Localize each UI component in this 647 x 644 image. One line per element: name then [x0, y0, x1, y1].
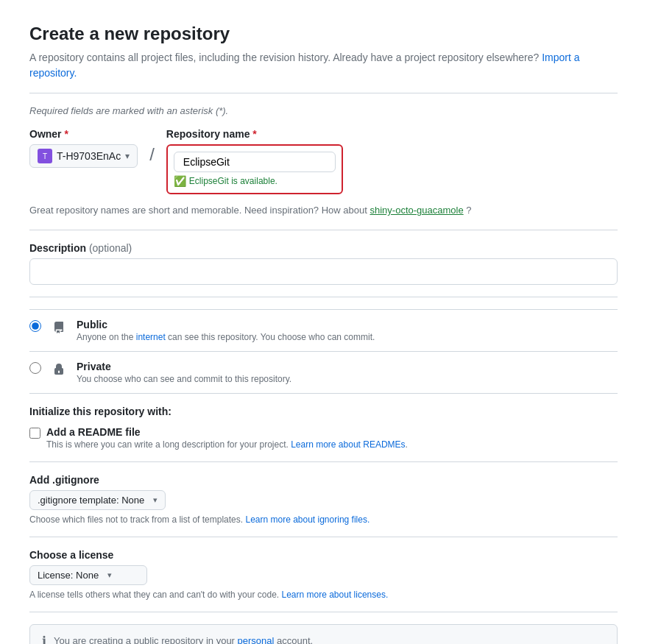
initialize-title: Initialize this repository with:	[29, 406, 618, 417]
required-fields-note: Required fields are marked with an aster…	[29, 105, 618, 116]
personal-account-link[interactable]: personal	[238, 635, 275, 645]
license-helper: A license tells others what they can and…	[29, 590, 618, 600]
owner-reponame-row: Owner * T T-H9703EnAc ▾ / Repository nam…	[29, 128, 618, 194]
private-description: You choose who can see and commit to thi…	[77, 374, 291, 384]
inspiration-text: Great repository names are short and mem…	[29, 203, 618, 218]
page-subtitle: A repository contains all project files,…	[29, 50, 618, 81]
visibility-public-option: Public Anyone on the internet can see th…	[29, 309, 618, 352]
book-icon	[50, 319, 68, 336]
license-chevron-icon: ▾	[107, 570, 112, 580]
check-icon: ✅	[174, 175, 186, 187]
gitignore-learn-more-link[interactable]: Learn more about ignoring files.	[245, 514, 370, 525]
page-title: Create a new repository	[29, 24, 618, 44]
section-divider-1	[29, 230, 618, 230]
gitignore-section: Add .gitignore .gitignore template: None…	[29, 474, 618, 525]
gitignore-dropdown-label: .gitignore template: None	[38, 495, 144, 506]
section-divider-5	[29, 612, 618, 612]
repo-name-highlighted-box: ✅ EclipseGit is available.	[166, 144, 343, 194]
owner-label: Owner *	[29, 128, 138, 140]
public-label: Public	[77, 319, 375, 330]
owner-avatar: T	[38, 149, 52, 163]
owner-chevron-icon: ▾	[125, 151, 130, 161]
public-note-text: You are creating a public repository in …	[54, 635, 313, 645]
description-group: Description (optional)	[29, 242, 618, 285]
readme-label: Add a README file	[46, 426, 408, 438]
repo-name-input[interactable]	[174, 152, 336, 172]
visibility-section: Public Anyone on the internet can see th…	[29, 309, 618, 394]
section-divider-2	[29, 297, 618, 297]
description-input[interactable]	[29, 258, 618, 285]
readme-row: Add a README file This is where you can …	[29, 426, 618, 450]
readme-learn-more-link[interactable]: Learn more about READMEs	[291, 439, 405, 450]
public-radio[interactable]	[29, 320, 41, 332]
available-message: ✅ EclipseGit is available.	[174, 175, 336, 187]
readme-content: Add a README file This is where you can …	[46, 426, 408, 450]
license-dropdown-label: License: None	[38, 570, 99, 581]
repo-name-group: Repository name * ✅ EclipseGit is availa…	[166, 128, 343, 194]
info-icon: ℹ	[42, 634, 46, 645]
suggestion-link[interactable]: shiny-octo-guacamole	[370, 205, 463, 216]
public-description: Anyone on the internet can see this repo…	[77, 332, 375, 342]
lock-icon	[50, 361, 68, 378]
slash-separator: /	[149, 144, 155, 165]
section-divider-4	[29, 537, 618, 537]
visibility-private-option: Private You choose who can see and commi…	[29, 352, 618, 394]
private-label: Private	[77, 361, 291, 372]
owner-group: Owner * T T-H9703EnAc ▾	[29, 128, 138, 168]
readme-checkbox[interactable]	[29, 428, 40, 439]
license-learn-more-link[interactable]: Learn more about licenses.	[282, 590, 389, 600]
initialize-section: Initialize this repository with: Add a R…	[29, 406, 618, 450]
gitignore-dropdown[interactable]: .gitignore template: None ▾	[29, 490, 166, 510]
license-dropdown[interactable]: License: None ▾	[29, 565, 147, 585]
owner-value: T-H9703EnAc	[57, 150, 121, 162]
repo-name-label: Repository name *	[166, 128, 343, 140]
license-label: Choose a license	[29, 549, 618, 561]
private-radio[interactable]	[29, 362, 41, 374]
owner-select[interactable]: T T-H9703EnAc ▾	[29, 144, 138, 168]
gitignore-helper: Choose which files not to track from a l…	[29, 514, 618, 525]
private-visibility-content: Private You choose who can see and commi…	[77, 361, 291, 384]
title-divider	[29, 93, 618, 93]
readme-description: This is where you can write a long descr…	[46, 439, 408, 450]
gitignore-chevron-icon: ▾	[153, 495, 158, 505]
gitignore-label: Add .gitignore	[29, 474, 618, 486]
section-divider-3	[29, 461, 618, 462]
public-visibility-content: Public Anyone on the internet can see th…	[77, 319, 375, 342]
public-note-section: ℹ You are creating a public repository i…	[29, 624, 618, 645]
license-section: Choose a license License: None ▾ A licen…	[29, 549, 618, 600]
description-label: Description (optional)	[29, 242, 618, 254]
